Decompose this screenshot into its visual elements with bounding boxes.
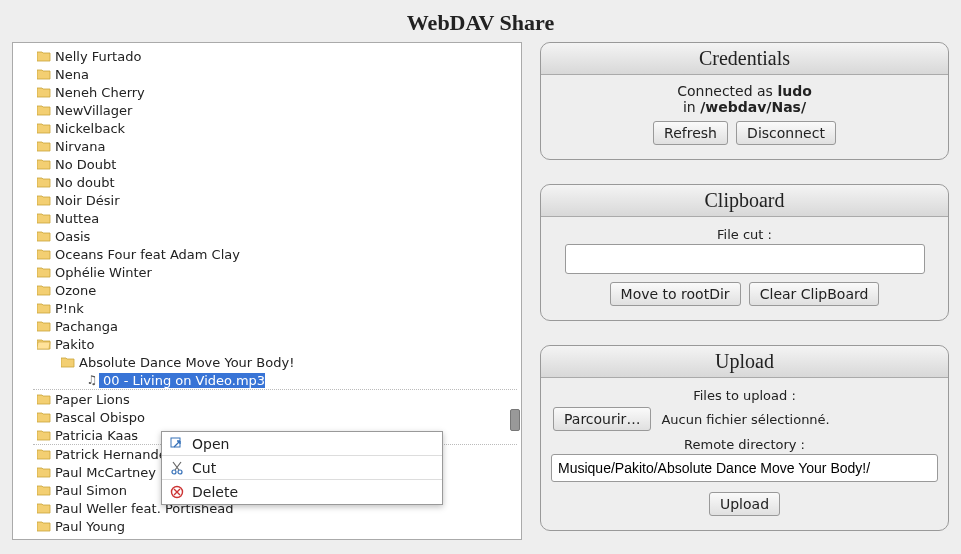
folder-icon <box>37 448 51 460</box>
context-menu-cut[interactable]: Cut <box>162 456 442 480</box>
files-to-upload-label: Files to upload : <box>551 388 938 403</box>
tree-folder[interactable]: No Doubt <box>13 155 521 173</box>
page-title: WebDAV Share <box>0 0 961 42</box>
folder-icon <box>37 194 51 206</box>
tree-folder[interactable]: Pascal Obispo <box>13 408 521 426</box>
folder-icon <box>37 466 51 478</box>
tree-item-label: Oasis <box>51 229 90 244</box>
tree-item-label: Nirvana <box>51 139 106 154</box>
upload-button[interactable]: Upload <box>709 492 780 516</box>
tree-folder[interactable]: Neneh Cherry <box>13 83 521 101</box>
tree-folder[interactable]: Paul Young <box>13 517 521 535</box>
context-menu-cut-label: Cut <box>192 460 216 476</box>
tree-folder[interactable]: NewVillager <box>13 101 521 119</box>
folder-icon <box>37 484 51 496</box>
tree-item-label: P!nk <box>51 301 84 316</box>
folder-icon <box>37 68 51 80</box>
folder-icon <box>37 230 51 242</box>
tree-folder[interactable]: P!nk <box>13 299 521 317</box>
folder-icon <box>37 429 51 441</box>
tree-item-label: Pachanga <box>51 319 118 334</box>
folder-icon <box>37 176 51 188</box>
clipboard-input[interactable] <box>565 244 925 274</box>
tree-item-label: NewVillager <box>51 103 132 118</box>
tree-item-label: No doubt <box>51 175 115 190</box>
tree-item-label: Pakito <box>51 337 94 352</box>
disconnect-button[interactable]: Disconnect <box>736 121 836 145</box>
folder-icon <box>37 502 51 514</box>
tree-folder[interactable]: Oceans Four feat Adam Clay <box>13 245 521 263</box>
tree-item-label: Patrick Hernande <box>51 447 167 462</box>
file-cut-label: File cut : <box>551 227 938 242</box>
tree-item-label: 00 - Living on Video.mp3 <box>99 373 265 388</box>
remote-dir-input[interactable] <box>551 454 938 482</box>
folder-icon <box>37 104 51 116</box>
connected-user: ludo <box>777 83 811 99</box>
clipboard-title: Clipboard <box>541 185 948 217</box>
tree-item-label: Nuttea <box>51 211 99 226</box>
connected-path-line: in /webdav/Nas/ <box>551 99 938 115</box>
browse-button[interactable]: Parcourir… <box>553 407 651 431</box>
tree-folder[interactable]: Nickelback <box>13 119 521 137</box>
in-prefix: in <box>683 99 700 115</box>
file-tree-pane: Nelly FurtadoNenaNeneh CherryNewVillager… <box>12 42 522 540</box>
scrollbar-thumb[interactable] <box>510 409 520 431</box>
folder-icon <box>37 393 51 405</box>
upload-title: Upload <box>541 346 948 378</box>
folder-icon <box>37 86 51 98</box>
tree-folder[interactable]: Ozone <box>13 281 521 299</box>
folder-icon <box>61 356 75 368</box>
delete-icon <box>168 483 186 501</box>
context-menu-open[interactable]: Open <box>162 432 442 456</box>
context-menu: Open Cut Delete <box>161 431 443 505</box>
folder-icon <box>37 140 51 152</box>
folder-icon <box>37 212 51 224</box>
context-menu-delete[interactable]: Delete <box>162 480 442 504</box>
connected-as-prefix: Connected as <box>677 83 777 99</box>
context-menu-delete-label: Delete <box>192 484 238 500</box>
cut-icon <box>168 459 186 477</box>
tree-folder[interactable]: Absolute Dance Move Your Body! <box>13 353 521 371</box>
tree-folder[interactable]: Ophélie Winter <box>13 263 521 281</box>
tree-item-label: Oceans Four feat Adam Clay <box>51 247 240 262</box>
context-menu-open-label: Open <box>192 436 229 452</box>
tree-folder[interactable]: Pakito <box>13 335 521 353</box>
tree-item-label: Nickelback <box>51 121 125 136</box>
folder-icon <box>37 538 51 539</box>
open-icon <box>168 435 186 453</box>
svg-point-1 <box>172 470 176 474</box>
connected-as-line: Connected as ludo <box>551 83 938 99</box>
folder-icon <box>37 320 51 332</box>
tree-file[interactable]: ♫00 - Living on Video.mp3 <box>13 371 521 389</box>
credentials-title: Credentials <box>541 43 948 75</box>
tree-folder[interactable]: Pauline <box>13 535 521 539</box>
folder-icon <box>37 284 51 296</box>
tree-folder[interactable]: Paper Lions <box>13 390 521 408</box>
tree-item-label: Absolute Dance Move Your Body! <box>75 355 294 370</box>
tree-folder[interactable]: Oasis <box>13 227 521 245</box>
move-root-button[interactable]: Move to rootDir <box>610 282 741 306</box>
folder-icon <box>37 158 51 170</box>
connected-path: /webdav/Nas/ <box>700 99 806 115</box>
tree-item-label: Pauline <box>51 537 102 540</box>
no-file-selected: Aucun fichier sélectionné. <box>661 412 829 427</box>
tree-item-label: Pascal Obispo <box>51 410 145 425</box>
tree-folder[interactable]: Nuttea <box>13 209 521 227</box>
folder-icon <box>37 266 51 278</box>
tree-folder[interactable]: Nirvana <box>13 137 521 155</box>
tree-folder[interactable]: Noir Désir <box>13 191 521 209</box>
tree-item-label: Neneh Cherry <box>51 85 145 100</box>
tree-folder[interactable]: Nelly Furtado <box>13 47 521 65</box>
folder-icon <box>37 302 51 314</box>
refresh-button[interactable]: Refresh <box>653 121 728 145</box>
tree-item-label: No Doubt <box>51 157 116 172</box>
folder-icon <box>37 122 51 134</box>
tree-folder[interactable]: Pachanga <box>13 317 521 335</box>
tree-item-label: Noir Désir <box>51 193 120 208</box>
clear-clipboard-button[interactable]: Clear ClipBoard <box>749 282 880 306</box>
folder-open-icon <box>37 338 51 350</box>
tree-folder[interactable]: No doubt <box>13 173 521 191</box>
tree-item-label: Nelly Furtado <box>51 49 141 64</box>
music-file-icon: ♫ <box>85 373 99 387</box>
tree-folder[interactable]: Nena <box>13 65 521 83</box>
